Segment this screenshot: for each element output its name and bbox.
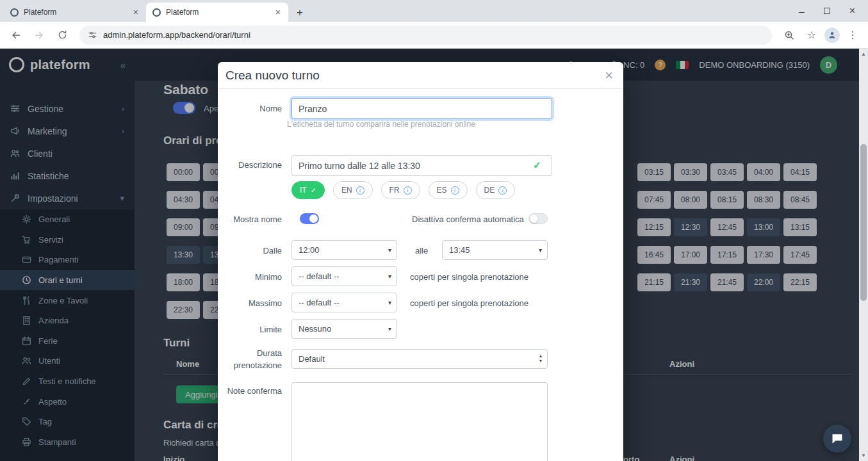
valid-check-icon: ✓ — [533, 159, 541, 171]
browser-menu-icon[interactable]: ⋮ — [844, 29, 862, 41]
tab-strip: Plateform × Plateform × + – × — [0, 0, 868, 22]
site-info-icon — [88, 31, 97, 39]
dalle-value: 12:00 — [299, 245, 320, 255]
info-icon: i — [356, 186, 364, 195]
minimo-select[interactable]: -- default -- ▾ — [291, 266, 397, 286]
chevron-down-icon: ▾ — [388, 299, 391, 306]
note-conferma-label: Note conferma — [218, 386, 282, 396]
window-maximize-button[interactable] — [824, 8, 830, 14]
lang-pill-it[interactable]: IT ✓ — [291, 181, 325, 199]
url-text: admin.plateform.app/backend/orari/turni — [103, 30, 250, 40]
back-arrow-icon — [11, 30, 21, 40]
browser-tab-1[interactable]: Plateform × — [4, 3, 146, 22]
minimo-label: Minimo — [218, 272, 282, 282]
lang-code: EN — [341, 186, 352, 195]
alle-label: alle — [415, 246, 428, 255]
scrollbar-down-arrow[interactable]: ▼ — [859, 453, 868, 458]
lang-code: DE — [484, 186, 495, 195]
dalle-select[interactable]: 12:00 ▾ — [291, 240, 397, 260]
reload-icon — [58, 30, 67, 40]
tab-favicon — [10, 8, 19, 17]
mostra-nome-toggle[interactable] — [300, 213, 319, 224]
lang-code: FR — [389, 186, 400, 195]
window-minimize-button[interactable]: – — [799, 6, 804, 17]
lang-pill-fr[interactable]: FR i — [381, 181, 420, 199]
descrizione-input[interactable] — [291, 155, 552, 176]
browser-navbar: admin.plateform.app/backend/orari/turni … — [0, 22, 868, 49]
chevron-down-icon: ▾ — [388, 273, 391, 280]
bookmark-star-icon[interactable]: ☆ — [803, 29, 821, 41]
limite-label: Limite — [218, 325, 282, 334]
browser-tab-2[interactable]: Plateform × — [146, 3, 288, 22]
limite-value: Nessuno — [299, 324, 331, 334]
url-bar[interactable]: admin.plateform.app/backend/orari/turni — [79, 26, 772, 45]
lang-code: IT — [300, 186, 307, 195]
lang-pill-de[interactable]: DE i — [476, 181, 516, 199]
chat-icon — [831, 432, 844, 445]
scrollbar-thumb[interactable] — [860, 144, 867, 301]
app-window: plateform « Gestione › Marketing › Clien… — [0, 49, 868, 461]
forward-arrow-icon — [34, 30, 44, 40]
mostra-nome-label: Mostra nome — [218, 214, 282, 224]
chat-widget-button[interactable] — [823, 425, 851, 453]
back-button[interactable] — [6, 26, 26, 45]
dalle-label: Dalle — [218, 246, 282, 255]
navbar-actions: ☆ ⋮ — [780, 26, 862, 45]
tab-favicon — [152, 8, 161, 17]
disattiva-label: Disattiva conferma automatica — [412, 214, 524, 224]
alle-select[interactable]: 13:45 ▾ — [442, 240, 548, 260]
descrizione-label: Descrizione — [218, 160, 282, 170]
tab-close-icon[interactable]: × — [132, 7, 140, 17]
modal-header: Crea nuovo turno × — [218, 62, 623, 89]
scrollbar-up-arrow[interactable]: ▲ — [859, 51, 868, 57]
profile-avatar[interactable] — [824, 28, 840, 43]
reload-button[interactable] — [53, 26, 72, 45]
durata-select[interactable]: Default ▴▾ — [291, 349, 548, 369]
lang-pill-es[interactable]: ES i — [429, 181, 468, 199]
info-icon: i — [451, 186, 459, 195]
minimo-value: -- default -- — [299, 271, 340, 281]
chevron-down-icon: ▾ — [388, 247, 391, 254]
massimo-suffix: coperti per singola prenotazione — [410, 298, 528, 308]
tab-title: Plateform — [24, 8, 127, 17]
minimo-suffix: coperti per singola prenotazione — [410, 272, 528, 282]
tab-close-icon[interactable]: × — [274, 7, 282, 17]
zoom-icon[interactable] — [780, 26, 799, 45]
up-down-caret-icon: ▴▾ — [539, 353, 542, 364]
window-controls: – × — [786, 0, 868, 22]
forward-button[interactable] — [29, 26, 49, 45]
tab-title: Plateform — [166, 8, 269, 17]
chevron-down-icon: ▾ — [539, 247, 542, 254]
disattiva-conferma-toggle[interactable] — [528, 213, 548, 224]
check-icon: ✓ — [311, 186, 316, 195]
info-icon: i — [404, 186, 412, 195]
new-tab-button[interactable]: + — [291, 4, 309, 22]
chevron-down-icon: ▾ — [388, 325, 391, 332]
lang-code: ES — [437, 186, 447, 195]
window-close-button[interactable]: × — [849, 5, 855, 17]
person-icon — [828, 31, 837, 40]
durata-value: Default — [299, 354, 325, 364]
modal-title: Crea nuovo turno — [225, 69, 320, 83]
info-icon: i — [498, 186, 507, 195]
massimo-select[interactable]: -- default -- ▾ — [291, 293, 397, 312]
limite-select[interactable]: Nessuno ▾ — [291, 319, 397, 339]
durata-label: Durata prenotazione — [218, 348, 282, 372]
massimo-label: Massimo — [218, 298, 282, 308]
modal-close-icon[interactable]: × — [605, 69, 613, 83]
massimo-value: -- default -- — [299, 298, 340, 307]
language-pills: IT ✓ EN i FR i ES i DE i — [291, 181, 515, 199]
nome-input[interactable] — [291, 98, 552, 119]
nome-label: Nome — [218, 104, 282, 113]
page-scrollbar[interactable]: ▲ ▼ — [859, 49, 868, 461]
note-conferma-textarea[interactable] — [291, 382, 548, 461]
nome-help-text: L'etichetta del turno comparirà nelle pr… — [287, 120, 475, 129]
alle-value: 13:45 — [449, 245, 470, 255]
crea-turno-modal: Crea nuovo turno × Nome L'etichetta del … — [218, 62, 623, 461]
lang-pill-en[interactable]: EN i — [333, 181, 373, 199]
